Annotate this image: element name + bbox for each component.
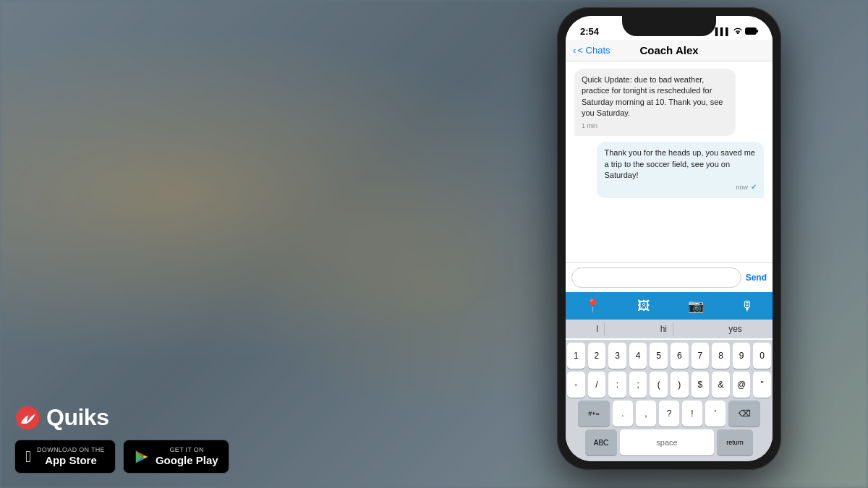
phone-notch — [622, 16, 716, 36]
google-play-text: GET IT ON Google Play — [156, 446, 218, 467]
key-comma[interactable]: , — [636, 401, 656, 427]
camera-icon[interactable]: 📷 — [688, 298, 704, 314]
chat-area: Quick Update: due to bad weather, practi… — [566, 61, 773, 262]
message-toolbar: 📍 🖼 📷 🎙 — [566, 292, 773, 320]
key-apostrophe[interactable]: ' — [705, 401, 726, 427]
keyboard: 1 2 3 4 5 6 7 8 9 0 - / : ; ( — [566, 340, 773, 461]
nav-back-button[interactable]: ‹ < Chats — [573, 45, 610, 56]
brand-name-text: Quiks — [46, 404, 109, 431]
key-question[interactable]: ? — [659, 401, 679, 427]
sent-message-1: Thank you for the heads up, you saved me… — [597, 142, 764, 198]
store-buttons:  Download on the App Store GET IT ON Go… — [14, 440, 229, 474]
signal-icon: ▌▌▌ — [715, 27, 731, 35]
wifi-icon — [733, 27, 742, 36]
received-text-1: Quick Update: due to bad weather, practi… — [582, 75, 723, 117]
key-return[interactable]: return — [717, 429, 753, 455]
key-3[interactable]: 3 — [608, 343, 626, 369]
key-2[interactable]: 2 — [588, 343, 606, 369]
keyboard-suggestions: I hi yes — [566, 320, 773, 338]
key-5[interactable]: 5 — [650, 343, 668, 369]
send-button[interactable]: Send — [746, 273, 767, 283]
delete-key[interactable]: ⌫ — [728, 401, 760, 427]
message-input[interactable] — [571, 267, 741, 288]
app-store-text: Download on the App Store — [37, 446, 105, 467]
keyboard-row-1: 1 2 3 4 5 6 7 8 9 0 — [567, 343, 771, 369]
google-play-button[interactable]: GET IT ON Google Play — [123, 440, 229, 474]
key-6[interactable]: 6 — [671, 343, 689, 369]
key-period[interactable]: . — [613, 401, 633, 427]
phone-device: 2:54 ▌▌▌ ‹ < Chats Coach Alex — [557, 7, 781, 470]
quiks-bird-icon — [14, 405, 41, 431]
google-play-icon — [134, 449, 150, 465]
key-at[interactable]: @ — [733, 372, 751, 398]
key-dollar[interactable]: $ — [692, 372, 710, 398]
key-9[interactable]: 9 — [733, 343, 751, 369]
key-lparen[interactable]: ( — [650, 372, 668, 398]
sent-text-1: Thank you for the heads up, you saved me… — [604, 148, 755, 179]
sent-footer-1: now ✔ — [604, 182, 757, 192]
location-icon[interactable]: 📍 — [584, 298, 600, 314]
suggestion-i[interactable]: I — [590, 322, 605, 335]
keyboard-row-4: ABC space return — [567, 429, 771, 455]
branding-section: Quiks  Download on the App Store GET IT… — [14, 404, 229, 474]
keyboard-row-2: - / : ; ( ) $ & @ " — [567, 372, 771, 398]
received-message-1: Quick Update: due to bad weather, practi… — [574, 69, 736, 136]
suggestion-hi[interactable]: hi — [655, 322, 673, 335]
key-colon[interactable]: : — [608, 372, 626, 398]
nav-title: Coach Alex — [639, 44, 698, 56]
sent-time-1: now — [736, 183, 748, 192]
key-amp[interactable]: & — [712, 372, 730, 398]
status-icons: ▌▌▌ — [715, 27, 758, 36]
image-icon[interactable]: 🖼 — [637, 299, 650, 314]
svg-rect-3 — [746, 28, 755, 33]
keyboard-row-3: #+= . , ? ! ' ⌫ — [567, 401, 771, 427]
microphone-icon[interactable]: 🎙 — [741, 299, 754, 314]
key-slash[interactable]: / — [588, 372, 606, 398]
input-bar: Send — [566, 262, 773, 292]
received-time-1: 1 min — [582, 121, 728, 131]
key-semi[interactable]: ; — [629, 372, 647, 398]
app-store-button[interactable]:  Download on the App Store — [14, 440, 116, 474]
key-7[interactable]: 7 — [692, 343, 710, 369]
key-abc[interactable]: ABC — [585, 429, 617, 455]
key-4[interactable]: 4 — [629, 343, 647, 369]
status-time: 2:54 — [580, 26, 599, 37]
brand-logo: Quiks — [14, 404, 229, 431]
key-exclaim[interactable]: ! — [682, 401, 702, 427]
key-dash[interactable]: - — [567, 372, 585, 398]
apple-icon:  — [25, 448, 31, 466]
key-space[interactable]: space — [620, 429, 714, 455]
back-chevron-icon: ‹ — [573, 45, 576, 56]
svg-rect-2 — [757, 30, 758, 33]
key-quote[interactable]: " — [753, 372, 771, 398]
phone-wrapper: 2:54 ▌▌▌ ‹ < Chats Coach Alex — [557, 7, 781, 470]
nav-bar: ‹ < Chats Coach Alex — [566, 40, 773, 61]
key-0[interactable]: 0 — [753, 343, 771, 369]
key-rparen[interactable]: ) — [671, 372, 689, 398]
key-hashplus[interactable]: #+= — [578, 401, 610, 427]
phone-screen: 2:54 ▌▌▌ ‹ < Chats Coach Alex — [566, 16, 773, 461]
nav-back-label: < Chats — [577, 45, 610, 56]
read-checkmark: ✔ — [751, 182, 757, 192]
suggestion-yes[interactable]: yes — [723, 322, 748, 335]
key-8[interactable]: 8 — [712, 343, 730, 369]
svg-point-0 — [16, 406, 39, 429]
key-1[interactable]: 1 — [567, 343, 585, 369]
battery-icon — [745, 27, 758, 36]
